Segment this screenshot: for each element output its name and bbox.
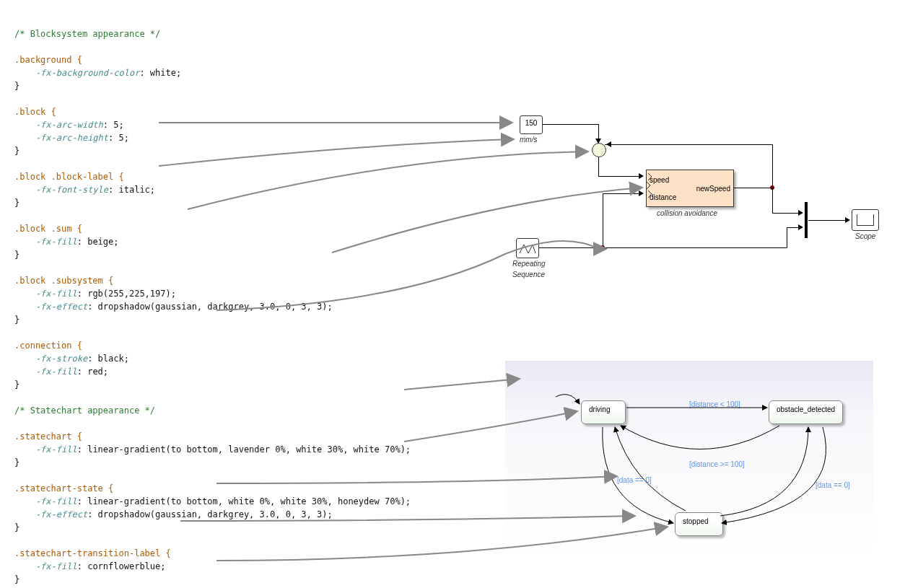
- arrowhead-icon: [639, 190, 644, 196]
- arrowhead-icon: [595, 139, 601, 144]
- prop: -fx-background-color: [14, 68, 139, 78]
- subsystem-out: newSpeed: [696, 183, 730, 194]
- sel-block-sum: .block .sum {: [14, 224, 82, 234]
- prop: -fx-stroke: [14, 354, 87, 364]
- arrowhead-icon: [639, 173, 644, 179]
- subsystem-block: speed distance newSpeed: [646, 170, 734, 207]
- val: : rgb(255,225,197);: [77, 289, 176, 299]
- prop: -fx-fill: [14, 496, 77, 506]
- val: : cornflowerblue;: [77, 561, 166, 571]
- sel-background: .background {: [14, 55, 82, 65]
- conn: [543, 124, 599, 125]
- repseq-label: RepeatingSequence: [512, 258, 546, 280]
- constant-block: 150: [520, 115, 543, 134]
- prop: -fx-fill: [14, 561, 77, 571]
- val: : dropshadow(gaussian, darkgrey, 3.0, 0,…: [87, 302, 333, 312]
- conn: [598, 157, 599, 176]
- brace: }: [14, 250, 19, 260]
- sel-connection: .connection {: [14, 341, 82, 351]
- sum-block: [592, 143, 606, 157]
- arrowhead-icon: [798, 210, 803, 216]
- prop: -fx-fill: [14, 444, 77, 455]
- prop: -fx-font-style: [14, 185, 108, 195]
- subsystem-in1: speed: [650, 175, 669, 185]
- conn: [603, 247, 787, 248]
- sel-block-label: .block .block-label {: [14, 172, 124, 182]
- val: : black;: [87, 354, 129, 364]
- val: : 5;: [103, 120, 124, 130]
- subsystem-in2: distance: [650, 192, 676, 203]
- conn: [605, 144, 772, 145]
- brace: }: [14, 315, 19, 325]
- brace: }: [14, 574, 19, 584]
- brace: }: [14, 457, 19, 468]
- val: : linear-gradient(to bottom, lavender 0%…: [77, 444, 411, 455]
- conn: [539, 247, 603, 248]
- brace: }: [14, 379, 19, 390]
- val: : beige;: [77, 237, 119, 247]
- mux-block: [805, 202, 808, 238]
- conn: [808, 220, 848, 221]
- sel-sc-transition-label: .statechart-transition-label {: [14, 548, 171, 558]
- sel-block: .block {: [14, 107, 56, 117]
- prop: -fx-fill: [14, 237, 77, 247]
- sel-statechart: .statechart {: [14, 431, 82, 442]
- prop: -fx-arc-width: [14, 120, 103, 130]
- arrowhead-icon: [606, 141, 611, 147]
- val: : white;: [139, 68, 181, 78]
- prop: -fx-fill: [14, 367, 77, 377]
- brace: }: [14, 198, 19, 208]
- brace: }: [14, 522, 19, 532]
- prop: -fx-effect: [14, 302, 87, 312]
- sel-statechart-state: .statechart-state {: [14, 483, 113, 493]
- scope-label: Scope: [855, 231, 875, 242]
- conn: [603, 193, 642, 194]
- sel-block-subsystem: .block .subsystem {: [14, 276, 113, 286]
- arrowhead-icon: [845, 217, 850, 223]
- blocksystem-diagram: 150 mm/s RepeatingSequence speed distanc…: [505, 108, 880, 289]
- prop: -fx-fill: [14, 289, 77, 299]
- statechart-transitions: [505, 361, 873, 556]
- val: : italic;: [108, 185, 155, 195]
- arrowhead-icon: [798, 224, 803, 230]
- statechart-diagram: driving obstacle_detected stopped [dista…: [505, 361, 873, 556]
- comment: /* Statechart appearance */: [14, 405, 155, 416]
- conn: [598, 176, 642, 177]
- brace: }: [14, 81, 19, 91]
- subsystem-label: collision avoidance: [657, 208, 717, 219]
- conn: [772, 144, 773, 188]
- val: : linear-gradient(to bottom, white 0%, w…: [77, 496, 411, 506]
- brace: }: [14, 146, 19, 156]
- val: : dropshadow(gaussian, darkgrey, 3.0, 0,…: [87, 509, 333, 519]
- prop: -fx-arc-height: [14, 133, 108, 143]
- conn: [772, 213, 801, 214]
- conn: [787, 227, 787, 248]
- css-code: /* Blocksystem appearance */ .background…: [14, 14, 411, 588]
- conn: [734, 188, 774, 188]
- prop: -fx-effect: [14, 509, 87, 519]
- val: : 5;: [108, 133, 129, 143]
- conn: [772, 188, 773, 213]
- conn: [603, 193, 603, 248]
- repeating-sequence-block: [516, 238, 539, 258]
- val: : red;: [77, 367, 108, 377]
- constant-label: mm/s: [520, 134, 537, 145]
- comment: /* Blocksystem appearance */: [14, 29, 160, 39]
- scope-block: [852, 209, 879, 231]
